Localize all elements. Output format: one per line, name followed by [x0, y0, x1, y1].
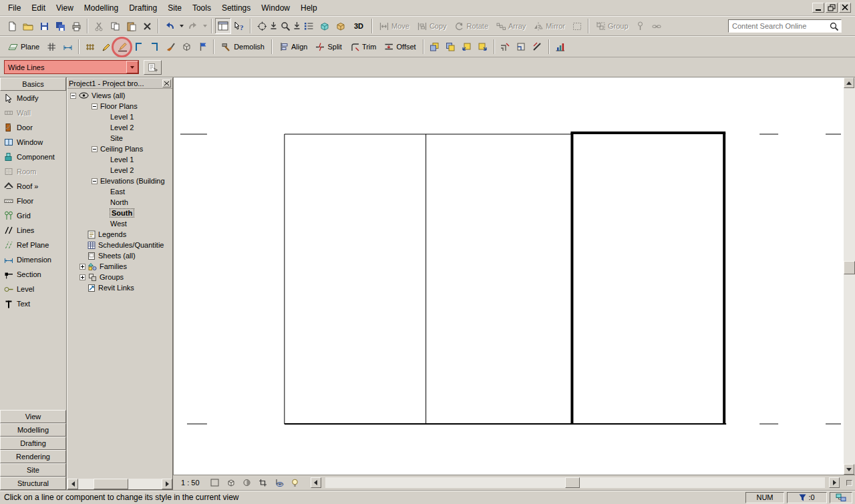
- tree-item-west[interactable]: West: [67, 218, 172, 229]
- save-all-button[interactable]: [52, 18, 68, 34]
- tree-item-ceiling-level-1[interactable]: Level 1: [67, 154, 172, 165]
- railing-button[interactable]: [82, 39, 98, 55]
- browser-close-button[interactable]: [162, 79, 171, 87]
- new-file-button[interactable]: [4, 18, 20, 34]
- scrollbar-track[interactable]: [78, 479, 162, 489]
- paste-button[interactable]: [123, 18, 139, 34]
- design-item-component[interactable]: Component: [0, 150, 66, 164]
- bar-chart-button[interactable]: [552, 39, 568, 55]
- menu-edit[interactable]: Edit: [26, 1, 51, 15]
- tree-item-level-1[interactable]: Level 1: [67, 111, 172, 122]
- crop-region-button[interactable]: [257, 477, 269, 489]
- pick-lines-right-button[interactable]: [146, 39, 162, 55]
- menu-modelling[interactable]: Modelling: [79, 1, 124, 15]
- resize-button[interactable]: [569, 18, 585, 34]
- group-button[interactable]: Group: [592, 18, 633, 34]
- default-3d-view-button[interactable]: [317, 18, 333, 34]
- expand-icon[interactable]: [79, 264, 86, 270]
- collapse-icon[interactable]: [92, 178, 98, 184]
- menu-help[interactable]: Help: [295, 1, 323, 15]
- send-to-back-button[interactable]: [443, 39, 459, 55]
- tab-basics[interactable]: Basics: [0, 77, 66, 91]
- send-backward-button[interactable]: [475, 39, 491, 55]
- tape-measure-button[interactable]: [59, 39, 75, 55]
- menu-site[interactable]: Site: [162, 1, 187, 15]
- tree-item-ceiling-level-2[interactable]: Level 2: [67, 165, 172, 176]
- tab-site[interactable]: Site: [0, 463, 66, 477]
- restore-button[interactable]: [826, 3, 838, 13]
- tree-item-sheets[interactable]: Sheets (all): [67, 250, 172, 261]
- copy-clipboard-button[interactable]: [107, 18, 123, 34]
- design-item-dimension[interactable]: Dimension: [0, 252, 66, 267]
- detach-button[interactable]: [649, 18, 665, 34]
- design-item-section[interactable]: Section: [0, 267, 66, 282]
- scale-control[interactable]: 1 : 50: [180, 477, 205, 488]
- design-item-door[interactable]: Door: [0, 120, 66, 135]
- temporary-hide-button[interactable]: [289, 477, 301, 489]
- design-item-ref-plane[interactable]: Ref Plane: [0, 238, 66, 252]
- type-selector-dropdown-button[interactable]: [126, 61, 138, 73]
- menu-file[interactable]: File: [3, 1, 26, 15]
- scrollbar-thumb[interactable]: [94, 479, 129, 489]
- bring-to-front-button[interactable]: [427, 39, 443, 55]
- scrollbar-track[interactable]: [844, 88, 855, 464]
- scrollbar-thumb[interactable]: [844, 261, 855, 274]
- tree-item-legends[interactable]: Legends: [67, 229, 172, 240]
- design-item-room[interactable]: Room: [0, 164, 66, 179]
- context-help-button[interactable]: ?: [231, 18, 247, 34]
- sketch-button[interactable]: [98, 39, 114, 55]
- canvas-scroll-right-button[interactable]: [829, 477, 840, 488]
- tree-item-schedules[interactable]: Schedules/Quantitie: [67, 240, 172, 250]
- detail-level-button[interactable]: [209, 477, 221, 489]
- tree-item-revit-links[interactable]: Revit Links: [67, 282, 172, 293]
- camera-view-button[interactable]: [333, 18, 349, 34]
- dynamic-view-button[interactable]: [254, 18, 270, 34]
- model-graphics-button[interactable]: [225, 477, 237, 489]
- wall-join-button[interactable]: [498, 39, 514, 55]
- design-item-grid[interactable]: Grid: [0, 208, 66, 223]
- tree-item-site[interactable]: Site: [67, 133, 172, 144]
- delete-button[interactable]: [139, 18, 155, 34]
- redo-dropdown-button[interactable]: [201, 18, 208, 34]
- mirror-button[interactable]: Mirror: [530, 18, 569, 34]
- close-button[interactable]: [839, 3, 851, 13]
- linework-button[interactable]: [530, 39, 546, 55]
- grid-toggle-button[interactable]: [43, 39, 59, 55]
- design-item-wall[interactable]: Wall: [0, 105, 66, 120]
- copy-tool-button[interactable]: Copy: [413, 18, 451, 34]
- tab-rendering[interactable]: Rendering: [0, 450, 66, 463]
- work-plane-button[interactable]: Plane: [4, 39, 43, 55]
- collapse-icon[interactable]: [70, 93, 76, 99]
- tab-drafting[interactable]: Drafting: [0, 437, 66, 450]
- view-download-button[interactable]: [270, 18, 277, 34]
- tree-item-east[interactable]: East: [67, 186, 172, 197]
- menu-tools[interactable]: Tools: [187, 1, 216, 15]
- crop-visibility-button[interactable]: [273, 477, 285, 489]
- pick-lines-left-button[interactable]: [130, 39, 146, 55]
- split-button[interactable]: Split: [311, 39, 345, 55]
- tab-structural[interactable]: Structural: [0, 477, 66, 490]
- minimize-button[interactable]: [812, 3, 824, 13]
- drawing-canvas[interactable]: [174, 77, 844, 475]
- browser-toggle-button[interactable]: [215, 18, 231, 34]
- lines-tool-button[interactable]: [114, 39, 130, 55]
- canvas-scroll-left-button[interactable]: [311, 477, 321, 488]
- design-item-lines[interactable]: Lines: [0, 223, 66, 238]
- tree-item-north[interactable]: North: [67, 197, 172, 208]
- zoom-button[interactable]: [277, 18, 293, 34]
- canvas-scrollbar-track[interactable]: [325, 477, 825, 488]
- design-item-floor[interactable]: Floor: [0, 194, 66, 208]
- redo-button[interactable]: [185, 18, 201, 34]
- tree-item-families[interactable]: Families: [67, 261, 172, 272]
- design-item-modify[interactable]: Modify: [0, 91, 66, 105]
- tree-item-floor-plans[interactable]: Floor Plans: [67, 101, 172, 111]
- undo-dropdown-button[interactable]: [178, 18, 185, 34]
- design-item-roof[interactable]: Roof »: [0, 179, 66, 194]
- cut-button[interactable]: [91, 18, 107, 34]
- label-flag-button[interactable]: [194, 39, 210, 55]
- align-button[interactable]: Align: [275, 39, 311, 55]
- tab-modelling[interactable]: Modelling: [0, 423, 66, 437]
- undo-button[interactable]: [162, 18, 178, 34]
- menu-drafting[interactable]: Drafting: [124, 1, 162, 15]
- trim-button[interactable]: Trim: [346, 39, 381, 55]
